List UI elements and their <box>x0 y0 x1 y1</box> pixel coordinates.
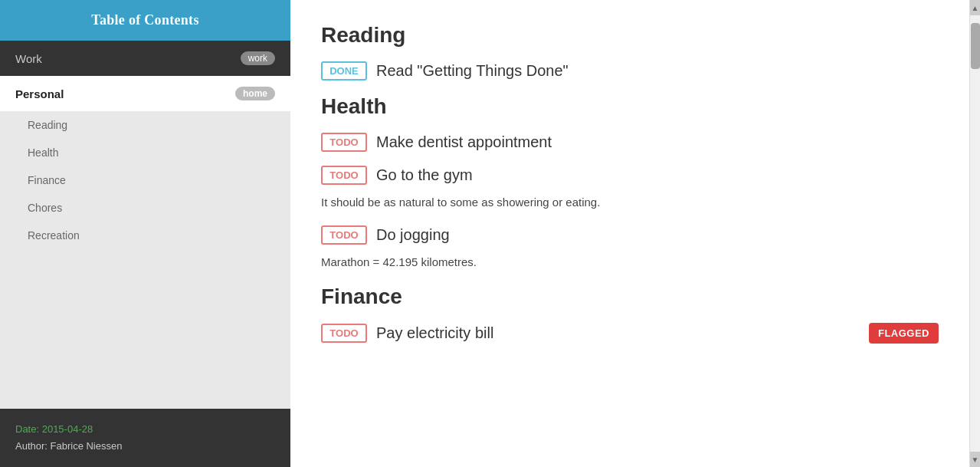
sidebar-personal-tag: home <box>235 87 275 100</box>
task-note: It should be as natural to some as showe… <box>321 194 939 212</box>
section-heading: Reading <box>321 23 939 48</box>
sidebar-author: Author: Fabrice Niessen <box>15 438 275 455</box>
sidebar-subnav-item[interactable]: Finance <box>0 166 290 194</box>
task-row: DONERead "Getting Things Done" <box>321 61 939 81</box>
task-title: Pay electricity bill <box>376 324 493 342</box>
scrollbar[interactable]: ▲ ▼ <box>969 0 980 467</box>
task-left: TODOMake dentist appointment <box>321 133 552 152</box>
task-row: TODOPay electricity billFLAGGED <box>321 323 939 344</box>
task-badge-todo: TODO <box>321 133 367 152</box>
sidebar-header: Table of Contents <box>0 0 290 41</box>
sidebar-work-tag: work <box>241 51 275 65</box>
sidebar-date: Date: 2015-04-28 <box>15 421 275 438</box>
task-title: Do jogging <box>376 226 450 244</box>
task-left: TODOGo to the gym <box>321 166 473 185</box>
sidebar-work-label: Work <box>15 52 42 65</box>
scroll-up-button[interactable]: ▲ <box>970 0 981 15</box>
task-badge-todo: TODO <box>321 324 367 343</box>
section-heading: Finance <box>321 284 939 309</box>
sidebar-subnav-item[interactable]: Chores <box>0 194 290 222</box>
sidebar: Table of Contents Work work Personal hom… <box>0 0 290 467</box>
sidebar-item-work[interactable]: Work work <box>0 41 290 76</box>
task-title: Go to the gym <box>376 166 473 184</box>
task-left: DONERead "Getting Things Done" <box>321 61 569 81</box>
task-badge-todo: TODO <box>321 166 367 185</box>
flagged-badge: FLAGGED <box>869 323 939 344</box>
scroll-thumb[interactable] <box>971 23 980 69</box>
scroll-down-button[interactable]: ▼ <box>970 452 981 467</box>
sidebar-subnav-item[interactable]: Health <box>0 139 290 166</box>
section-heading: Health <box>321 94 939 119</box>
sidebar-subnav: ReadingHealthFinanceChoresRecreation <box>0 111 290 409</box>
task-row: TODOGo to the gym <box>321 166 939 185</box>
task-badge-done: DONE <box>321 61 367 81</box>
task-badge-todo: TODO <box>321 225 367 245</box>
sidebar-footer: Date: 2015-04-28 Author: Fabrice Niessen <box>0 409 290 467</box>
task-left: TODOPay electricity bill <box>321 324 493 343</box>
task-row: TODODo jogging <box>321 225 939 245</box>
task-left: TODODo jogging <box>321 225 450 245</box>
task-title: Read "Getting Things Done" <box>376 62 569 80</box>
task-note: Marathon = 42.195 kilometres. <box>321 254 939 271</box>
sidebar-personal-label: Personal <box>15 87 64 100</box>
main-content: ReadingDONERead "Getting Things Done"Hea… <box>290 0 969 467</box>
task-row: TODOMake dentist appointment <box>321 133 939 152</box>
task-title: Make dentist appointment <box>376 133 552 151</box>
sidebar-item-personal[interactable]: Personal home <box>0 76 290 111</box>
sidebar-subnav-item[interactable]: Reading <box>0 111 290 139</box>
sidebar-subnav-item[interactable]: Recreation <box>0 222 290 249</box>
